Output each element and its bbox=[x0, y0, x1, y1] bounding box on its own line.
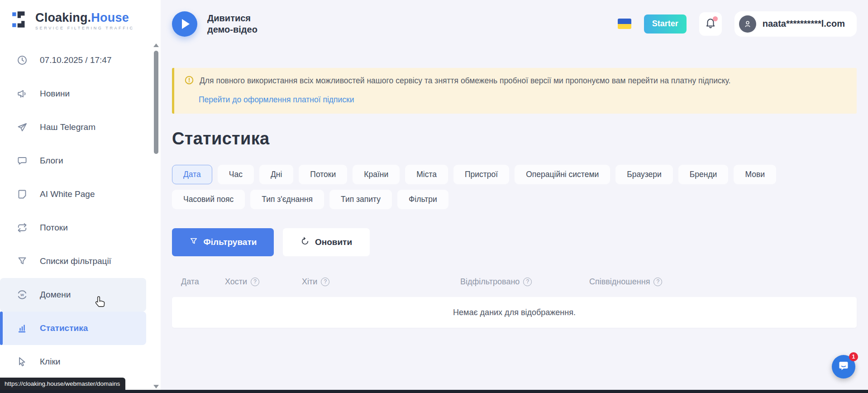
refresh-icon bbox=[300, 237, 310, 248]
svg-text:w: w bbox=[20, 292, 24, 297]
banner-text: Для повного використання всіх можливосте… bbox=[200, 75, 730, 87]
sidebar-item-ai-white-page[interactable]: AI White Page bbox=[0, 177, 146, 211]
column-header-hits: Хіти ? bbox=[302, 277, 460, 287]
chip-languages[interactable]: Мови bbox=[734, 165, 776, 184]
window-bottom-edge bbox=[0, 390, 868, 393]
column-header-ratio: Співвідношення ? bbox=[589, 277, 662, 287]
chip-brands[interactable]: Бренди bbox=[678, 165, 729, 184]
sidebar-item-clicks[interactable]: Кліки bbox=[0, 345, 146, 379]
sidebar-item-label: Кліки bbox=[40, 357, 60, 367]
scrollbar-down-arrow[interactable] bbox=[153, 385, 159, 388]
actions-row: Фільтрувати Оновити bbox=[172, 228, 857, 256]
table-header: Дата Хости ? Хіти ? Відфільтровано ? Спі… bbox=[172, 271, 857, 292]
scrollbar-thumb[interactable] bbox=[154, 51, 158, 154]
play-icon bbox=[182, 19, 190, 29]
column-header-date: Дата bbox=[172, 277, 225, 287]
help-icon[interactable]: ? bbox=[251, 278, 259, 286]
page-icon bbox=[16, 188, 28, 200]
chip-connection-type[interactable]: Тип з'єднання bbox=[250, 190, 324, 209]
sidebar-item-label: Блоги bbox=[40, 156, 63, 166]
mouse-hand-cursor bbox=[94, 295, 107, 311]
demo-video-label[interactable]: Дивитися демо-відео bbox=[207, 13, 258, 35]
page-title: Статистика bbox=[172, 129, 857, 149]
user-account-button[interactable]: naata**********l.com bbox=[734, 11, 857, 37]
logo-mark-icon bbox=[11, 10, 30, 31]
funnel-icon bbox=[189, 237, 198, 248]
logo-text: Cloaking.House SERVICE FILTERING TRAFFIC bbox=[35, 11, 134, 30]
help-icon[interactable]: ? bbox=[523, 278, 532, 286]
sidebar-nav: 07.10.2025 / 17:47 Новини Наш Telegram Б… bbox=[0, 43, 161, 379]
sidebar-item-label: 07.10.2025 / 17:47 bbox=[40, 55, 111, 65]
chip-cities[interactable]: Міста bbox=[405, 165, 448, 184]
topbar-right: Starter naata**********l.com bbox=[618, 11, 857, 37]
column-header-filtered: Відфільтровано ? bbox=[460, 277, 589, 287]
warning-icon bbox=[184, 75, 194, 87]
sidebar-item-label: Наш Telegram bbox=[40, 122, 95, 132]
chip-browsers[interactable]: Браузери bbox=[615, 165, 673, 184]
cursor-arrow-icon bbox=[16, 356, 28, 368]
avatar bbox=[739, 15, 756, 33]
chip-countries[interactable]: Країни bbox=[353, 165, 400, 184]
empty-state-text: Немає даних для відображення. bbox=[453, 308, 576, 317]
chip-date[interactable]: Дата bbox=[172, 165, 212, 184]
sidebar-scrollbar[interactable] bbox=[153, 43, 159, 391]
bar-chart-icon bbox=[16, 322, 28, 334]
notifications-button[interactable] bbox=[699, 12, 722, 36]
refresh-button[interactable]: Оновити bbox=[283, 228, 370, 256]
empty-state: Немає даних для відображення. bbox=[172, 297, 857, 328]
megaphone-icon bbox=[16, 88, 28, 100]
filter-button[interactable]: Фільтрувати bbox=[172, 228, 274, 256]
sidebar-item-label: Домени bbox=[40, 290, 71, 300]
sidebar-item-label: Новини bbox=[40, 89, 70, 99]
column-header-hosts: Хости ? bbox=[225, 277, 302, 287]
logo[interactable]: Cloaking.House SERVICE FILTERING TRAFFIC bbox=[0, 0, 161, 31]
sidebar-item-label: Списки фільтрації bbox=[40, 256, 111, 266]
repeat-arrows-icon bbox=[16, 222, 28, 234]
notification-dot bbox=[713, 16, 718, 21]
logo-tagline: SERVICE FILTERING TRAFFIC bbox=[35, 26, 134, 30]
help-icon[interactable]: ? bbox=[653, 278, 662, 286]
clock-icon bbox=[16, 54, 28, 66]
chat-bubble-icon bbox=[837, 359, 850, 374]
chip-devices[interactable]: Пристрої bbox=[453, 165, 509, 184]
chip-operating-systems[interactable]: Операційні системи bbox=[515, 165, 610, 184]
sidebar-item-datetime[interactable]: 07.10.2025 / 17:47 bbox=[0, 43, 146, 77]
domain-www-icon: w bbox=[16, 289, 28, 301]
funnel-icon bbox=[16, 255, 28, 267]
main-content: Для повного використання всіх можливосте… bbox=[161, 48, 868, 393]
subscribe-link[interactable]: Перейти до оформлення платної підписки bbox=[199, 95, 354, 105]
sidebar: Cloaking.House SERVICE FILTERING TRAFFIC… bbox=[0, 0, 161, 393]
sidebar-item-statistics[interactable]: Статистика bbox=[0, 312, 146, 345]
sidebar-item-label: Потоки bbox=[40, 223, 68, 233]
filter-chips: Дата Час Дні Потоки Країни Міста Пристро… bbox=[172, 165, 842, 209]
sidebar-item-domains[interactable]: w Домени bbox=[0, 278, 146, 312]
language-flag-ukraine[interactable] bbox=[618, 19, 631, 29]
chip-filters[interactable]: Фільтри bbox=[397, 190, 448, 209]
brand-accent: House bbox=[91, 11, 129, 24]
sidebar-item-filter-lists[interactable]: Списки фільтрації bbox=[0, 244, 146, 278]
paper-plane-icon bbox=[16, 121, 28, 133]
chat-unread-badge: 1 bbox=[849, 352, 858, 361]
link-url-statusbar: https://cloaking.house/webmaster/domains bbox=[0, 378, 125, 390]
chip-request-type[interactable]: Тип запиту bbox=[329, 190, 392, 209]
sidebar-item-news[interactable]: Новини bbox=[0, 77, 146, 110]
trial-warning-banner: Для повного використання всіх можливосте… bbox=[172, 68, 857, 114]
demo-video-play-button[interactable] bbox=[172, 11, 197, 37]
chip-days[interactable]: Дні bbox=[259, 165, 293, 184]
chip-streams[interactable]: Потоки bbox=[299, 165, 347, 184]
brand-primary: Cloaking. bbox=[35, 11, 91, 24]
help-icon[interactable]: ? bbox=[321, 278, 329, 286]
sidebar-item-blogs[interactable]: Блоги bbox=[0, 144, 146, 177]
plan-starter-button[interactable]: Starter bbox=[644, 14, 687, 34]
user-email: naata**********l.com bbox=[763, 19, 845, 29]
chat-bubble-icon bbox=[16, 155, 28, 167]
scrollbar-up-arrow[interactable] bbox=[153, 43, 159, 47]
sidebar-item-label: AI White Page bbox=[40, 189, 95, 199]
sidebar-item-label: Статистика bbox=[40, 323, 88, 333]
topbar: Дивитися демо-відео Starter naata*******… bbox=[161, 0, 868, 48]
sidebar-item-telegram[interactable]: Наш Telegram bbox=[0, 110, 146, 144]
chat-widget-button[interactable]: 1 bbox=[832, 355, 855, 379]
chip-timezone[interactable]: Часовий пояс bbox=[172, 190, 245, 209]
chip-time[interactable]: Час bbox=[218, 165, 254, 184]
sidebar-item-streams[interactable]: Потоки bbox=[0, 211, 146, 244]
